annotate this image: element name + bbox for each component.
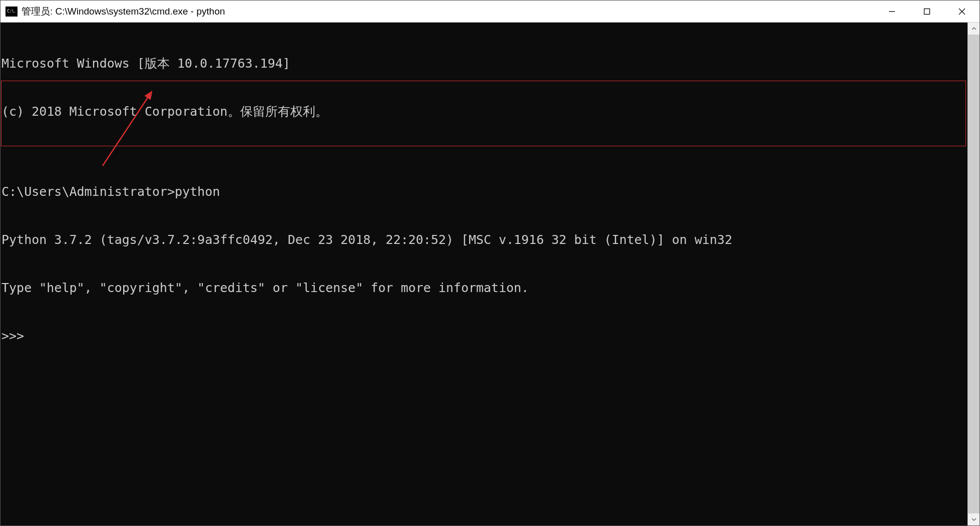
vertical-scrollbar[interactable] xyxy=(967,23,979,525)
close-icon xyxy=(958,8,966,16)
terminal-line: (c) 2018 Microsoft Corporation。保留所有权利。 xyxy=(2,104,967,120)
svg-rect-1 xyxy=(924,9,930,14)
minimize-icon xyxy=(888,8,895,15)
chevron-up-icon xyxy=(971,27,976,30)
scroll-thumb[interactable] xyxy=(968,35,979,513)
window-title: 管理员: C:\Windows\system32\cmd.exe - pytho… xyxy=(22,5,874,18)
terminal-container: Microsoft Windows [版本 10.0.17763.194] (c… xyxy=(1,23,979,525)
titlebar[interactable]: C:\. 管理员: C:\Windows\system32\cmd.exe - … xyxy=(1,1,979,23)
svg-line-5 xyxy=(103,92,152,166)
maximize-icon xyxy=(923,8,930,15)
terminal-line: C:\Users\Administrator>python xyxy=(2,184,967,200)
chevron-down-icon xyxy=(971,518,976,521)
scroll-track[interactable] xyxy=(968,35,979,513)
terminal-line: Microsoft Windows [版本 10.0.17763.194] xyxy=(2,56,967,72)
window-controls xyxy=(874,1,979,22)
cmd-icon: C:\. xyxy=(6,7,18,17)
terminal-line: Python 3.7.2 (tags/v3.7.2:9a3ffc0492, De… xyxy=(2,232,967,248)
close-button[interactable] xyxy=(944,1,979,22)
scroll-up-button[interactable] xyxy=(968,23,979,35)
maximize-button[interactable] xyxy=(909,1,944,22)
terminal[interactable]: Microsoft Windows [版本 10.0.17763.194] (c… xyxy=(1,23,967,525)
minimize-button[interactable] xyxy=(874,1,909,22)
annotation-arrow xyxy=(1,23,967,525)
terminal-line: Type "help", "copyright", "credits" or "… xyxy=(2,280,967,296)
scroll-down-button[interactable] xyxy=(968,513,979,525)
cmd-window: C:\. 管理员: C:\Windows\system32\cmd.exe - … xyxy=(0,0,980,526)
terminal-prompt: >>> xyxy=(2,328,967,344)
